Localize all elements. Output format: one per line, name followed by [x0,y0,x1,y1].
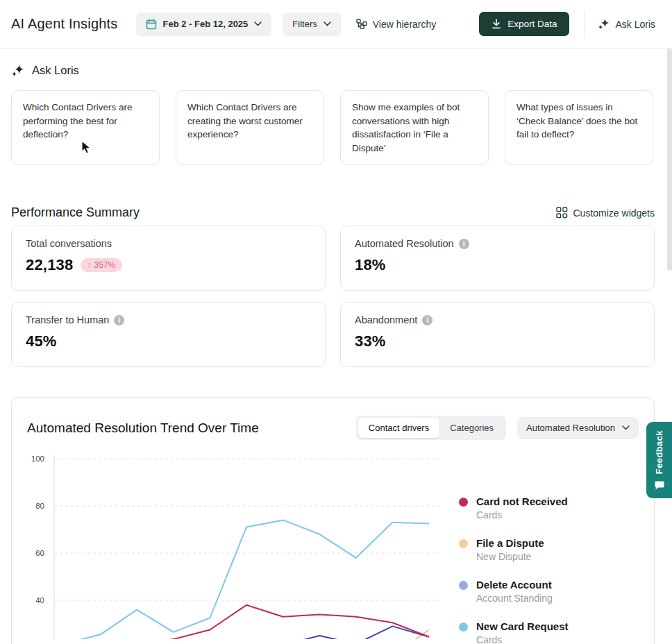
hierarchy-icon [356,19,367,29]
metric-label: Transfer to Human [26,314,109,325]
legend-series-name: Delete Account [476,578,553,591]
chart-legend: Card not Received Cards File a Dispute N… [459,495,650,644]
metric-label: Abandonment [355,314,417,325]
metric-card: Total conversations i 22,138 ↑ 357% [11,226,326,291]
legend-series-sublabel: Account Standing [476,591,553,605]
trend-up-badge: ↑ 357% [81,258,123,272]
legend-series-sublabel: Cards [476,633,569,644]
metric-value: 33% [355,332,386,350]
arrow-up-icon: ↑ [87,260,92,270]
trend-line-chart: 100806040 [22,450,460,639]
export-data-label: Export Data [507,19,557,29]
legend-dot-icon [459,622,468,632]
download-icon [492,19,501,29]
ask-loris-section-heading: Ask Loris [11,64,655,77]
chevron-down-icon [324,22,331,26]
ask-loris-label: Ask Loris [615,19,655,30]
export-data-button[interactable]: Export Data [479,12,569,36]
date-range-picker[interactable]: Feb 2 - Feb 12, 2025 [136,12,272,36]
metric-value: 22,138 [26,256,74,274]
metric-card: Automated Resolution i 18% ↑ [340,226,655,291]
ask-loris-suggestion-card[interactable]: Which Contact Drivers are performing the… [11,90,160,165]
customize-widgets-label: Customize widgets [573,207,655,219]
tab-group: Contact drivers Categories [356,416,506,440]
chart-controls: Contact drivers Categories Automated Res… [356,416,639,440]
metric-value: 18% [355,256,386,274]
legend-series-sublabel: Cards [476,508,568,522]
info-icon[interactable]: i [459,239,469,249]
tab-contact-drivers[interactable]: Contact drivers [358,418,439,438]
ask-loris-suggestion-card[interactable]: What types of issues in ‘Check Balance’ … [505,90,653,165]
ask-loris-suggestion-card[interactable]: Which Contact Drivers are creating the w… [176,90,324,165]
legend-series-sublabel: New Dispute [476,550,544,564]
chevron-down-icon [254,22,262,26]
legend-series-name: New Card Request [476,620,569,633]
widgets-icon [556,207,568,219]
legend-dot-icon [459,539,468,548]
metric-card: Transfer to Human i 45% ↑ [11,302,326,367]
scrollbar-thumb[interactable] [667,49,672,271]
view-hierarchy-button[interactable]: View hierarchy [356,19,437,30]
page-title: AI Agent Insights [11,16,118,32]
feedback-label: Feedback [654,430,664,474]
metric-select-dropdown[interactable]: Automated Resolution [517,417,639,439]
performance-summary-header: Performance Summary Customize widgets [11,205,655,220]
suggestion-text: Show me examples of bot conversations wi… [352,102,460,153]
speech-bubble-icon [655,481,664,490]
svg-text:60: 60 [35,549,44,557]
trend-chart-card: Automated Resolution Trend Over Time Con… [11,397,655,644]
svg-text:40: 40 [35,596,44,604]
chart-title: Automated Resolution Trend Over Time [27,421,259,436]
legend-dot-icon [459,581,468,590]
sparkles-icon [598,18,610,30]
ask-loris-suggestion-card[interactable]: Show me examples of bot conversations wi… [340,90,489,165]
top-header: AI Agent Insights Feb 2 - Feb 12, 2025 F… [0,0,672,49]
ask-loris-button[interactable]: Ask Loris [598,18,655,30]
metric-label: Total conversations [26,238,112,249]
feedback-tab[interactable]: Feedback [646,422,672,498]
filters-button[interactable]: Filters [283,12,340,36]
metric-cards: Total conversations i 22,138 ↑ 357% Auto… [11,226,655,367]
legend-series-name: File a Dispute [476,536,544,550]
legend-item[interactable]: Card not Received Cards [459,495,650,522]
metric-value: 45% [26,332,57,350]
legend-item[interactable]: New Card Request Cards [459,620,650,644]
suggestion-cards: Which Contact Drivers are performing the… [11,90,655,165]
suggestion-text: What types of issues in ‘Check Balance’ … [516,102,637,139]
metric-card: Abandonment i 33% ↑ [340,302,655,367]
sparkles-icon [11,64,24,77]
customize-widgets-button[interactable]: Customize widgets [556,207,655,219]
header-divider [585,10,585,38]
legend-item[interactable]: Delete Account Account Standing [459,578,650,605]
badge-value: 357% [94,260,116,270]
ask-loris-section-title: Ask Loris [32,64,79,77]
metric-label: Automated Resolution [355,238,454,249]
view-hierarchy-label: View hierarchy [373,19,437,30]
tab-categories[interactable]: Categories [439,418,504,438]
date-range-label: Feb 2 - Feb 12, 2025 [163,19,249,29]
suggestion-text: Which Contact Drivers are performing the… [23,102,133,139]
svg-text:80: 80 [35,502,44,510]
svg-text:100: 100 [31,455,44,463]
info-icon[interactable]: i [422,315,432,325]
metric-select-value: Automated Resolution [526,423,615,433]
calendar-icon [146,19,157,30]
info-icon[interactable]: i [114,315,124,325]
chevron-down-icon [622,425,630,430]
performance-summary-title: Performance Summary [11,205,140,220]
main-content: Ask Loris Which Contact Drivers are perf… [0,64,672,644]
legend-dot-icon [459,498,468,507]
legend-item[interactable]: File a Dispute New Dispute [459,536,650,564]
filters-label: Filters [292,19,317,29]
legend-series-name: Card not Received [476,495,568,508]
suggestion-text: Which Contact Drivers are creating the w… [187,102,303,139]
